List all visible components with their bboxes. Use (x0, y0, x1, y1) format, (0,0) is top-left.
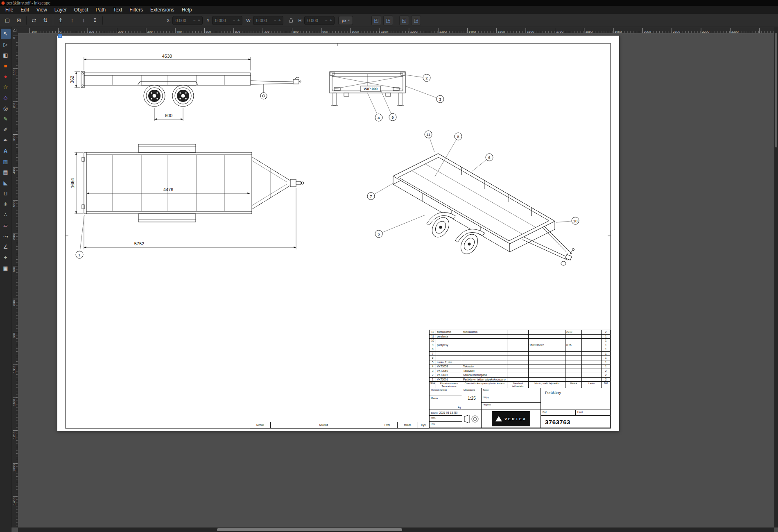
drawing-title: Peräkärry (541, 388, 611, 410)
menu-item[interactable]: Path (92, 6, 110, 14)
select-all-icon[interactable]: ▢ (2, 16, 12, 25)
unit-value: px (342, 18, 346, 23)
table-cell (582, 347, 602, 352)
ruler-label: 1200 (409, 27, 438, 33)
mesh-tool[interactable]: ▦ (1, 167, 11, 178)
eraser-tool[interactable]: ▱ (1, 220, 11, 231)
table-cell (507, 339, 529, 343)
star-tool[interactable]: ☆ (1, 82, 11, 93)
calligraphy-tool[interactable]: ✒ (1, 135, 11, 146)
increment-button[interactable]: + (236, 18, 241, 23)
gradient-tool[interactable]: ▧ (1, 156, 11, 167)
width-field[interactable]: W: 0.000 − + (246, 16, 283, 25)
zoom-tool[interactable]: ⌖ (1, 252, 11, 263)
text-tool[interactable]: A (1, 146, 11, 156)
vertical-scrollbar-thumb[interactable] (775, 33, 777, 147)
pencil-tool[interactable]: ✎ (1, 114, 11, 125)
vertical-ruler[interactable]: 0100200300400500600700800900100011001200… (11, 33, 18, 527)
dropper-tool[interactable]: ◣ (1, 178, 11, 188)
menu-item[interactable]: Extensions (147, 6, 178, 14)
flip-horizontal-icon[interactable]: ⇄ (29, 16, 39, 25)
x-value[interactable]: 0.000 (175, 18, 192, 23)
height-value[interactable]: 0.000 (307, 18, 324, 23)
lower-to-bottom-icon[interactable]: ↧ (90, 16, 100, 25)
table-cell (582, 339, 602, 343)
height-field[interactable]: H: 0.000 − + (298, 16, 335, 25)
menu-item[interactable]: Help (178, 6, 196, 14)
document-page: 4530 362 (57, 36, 619, 431)
increment-button[interactable]: + (197, 18, 201, 23)
menu-item[interactable]: Text (109, 6, 126, 14)
title-bar: peräkärry.pdf - Inkscape (0, 0, 778, 6)
menu-item[interactable]: View (33, 6, 51, 14)
ruler-label: 1100 (11, 398, 18, 430)
scale-stroke-toggle[interactable]: ◰ (371, 16, 381, 25)
table-header-cell: Laatu (582, 382, 602, 388)
flip-vertical-icon[interactable]: ⇅ (41, 16, 50, 25)
toolbar-separator (102, 16, 103, 25)
box3d-tool[interactable]: ◇ (1, 93, 11, 103)
y-field[interactable]: Y: 0.000 − + (206, 16, 242, 25)
spray-tool[interactable]: ∴ (1, 210, 11, 220)
horizontal-scrollbar-thumb[interactable] (217, 528, 402, 531)
horizontal-ruler[interactable]: -100010020030040050060070080090010001100… (18, 27, 774, 33)
node-tool[interactable]: ▷ (1, 39, 11, 50)
deselect-icon[interactable]: ⊠ (14, 16, 24, 25)
table-cell: 10 (430, 339, 436, 343)
y-value[interactable]: 0.000 (215, 18, 232, 23)
move-patterns-toggle[interactable]: ◲ (411, 16, 421, 25)
menu-item[interactable]: Edit (17, 6, 33, 14)
ruler-label: 1800 (584, 27, 613, 33)
raise-to-top-icon[interactable]: ↥ (56, 16, 66, 25)
increment-button[interactable]: + (328, 18, 333, 23)
lock-guides-button[interactable] (11, 27, 18, 33)
table-cell (436, 352, 462, 356)
rectangle-tool[interactable]: ■ (1, 61, 11, 71)
move-gradients-toggle[interactable]: ◱ (399, 16, 409, 25)
designer-cell: Suunn 2025-03-13 JSI (430, 410, 462, 416)
menu-item[interactable]: Object (70, 6, 92, 14)
decrement-button[interactable]: − (232, 18, 236, 23)
canvas[interactable]: 1 4530 (18, 33, 774, 527)
page-number-badge[interactable]: 1 (58, 34, 62, 38)
unit-selector[interactable]: px ▾ (338, 16, 353, 25)
measure-tool[interactable]: ∠ (1, 242, 11, 252)
menu-item[interactable]: Filters (126, 6, 147, 14)
ruler-label: 0 (58, 27, 87, 33)
table-cell (582, 360, 602, 365)
scale-corners-toggle[interactable]: ◳ (383, 16, 393, 25)
paint-bucket-tool[interactable]: ⊔ (1, 188, 11, 199)
menu-item[interactable]: File (2, 6, 17, 14)
pen-tool[interactable]: ✐ (1, 125, 11, 135)
decrement-button[interactable]: − (273, 18, 277, 23)
menu-item[interactable]: Layer (51, 6, 70, 14)
table-row: 11peralauta1 (430, 335, 610, 339)
width-value[interactable]: 0.000 (256, 18, 273, 23)
table-header-cell: Muoto, malli, lajimerkki (529, 382, 565, 388)
revision-header-cell: Pvm (377, 422, 398, 428)
lock-ratio-toggle[interactable] (287, 16, 294, 25)
connector-tool[interactable]: ↝ (1, 231, 11, 242)
table-cell: Takavalo (462, 364, 507, 369)
ruler-label: 500 (204, 27, 233, 33)
decrement-button[interactable]: − (192, 18, 197, 23)
selector-tool[interactable]: ↖ (1, 29, 11, 39)
project-cell: Projekti (482, 403, 541, 410)
decrement-button[interactable]: − (324, 18, 328, 23)
table-cell (565, 360, 582, 365)
vertical-scrollbar[interactable] (774, 27, 778, 527)
ruler-label: 2000 (642, 27, 672, 33)
increment-button[interactable]: + (277, 18, 282, 23)
x-field[interactable]: X: 0.000 − + (167, 16, 203, 25)
horizontal-scrollbar[interactable] (18, 527, 774, 532)
spiral-tool[interactable]: ◎ (1, 103, 11, 114)
shape-builder-tool[interactable]: ◧ (1, 50, 11, 61)
first-angle-projection-icon (464, 414, 480, 424)
ellipse-tool[interactable]: ● (1, 71, 11, 82)
coordinate-fields: X: 0.000 − + Y: 0.000 − + W: 0.000 (167, 16, 338, 25)
lower-icon[interactable]: ↓ (79, 16, 88, 25)
pages-tool[interactable]: ▣ (1, 263, 11, 274)
wheel (144, 85, 165, 106)
raise-icon[interactable]: ↑ (67, 16, 77, 25)
tweak-tool[interactable]: ✳ (1, 199, 11, 210)
